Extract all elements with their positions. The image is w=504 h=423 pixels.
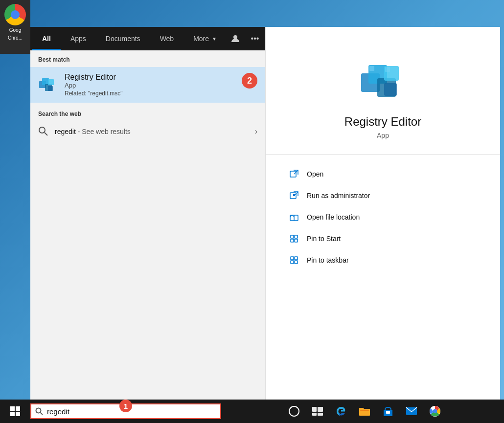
store-button[interactable] (376, 400, 400, 423)
action-open[interactable]: Open (285, 164, 481, 184)
desktop: Goog Chro... All Apps Documents Web More… (0, 0, 504, 423)
web-section: Search the web regedit - See web results… (30, 103, 265, 145)
tab-web[interactable]: Web (150, 27, 184, 50)
action-run-admin[interactable]: Run as administrator (285, 186, 481, 205)
svg-rect-42 (386, 411, 390, 414)
start-button[interactable] (0, 400, 30, 423)
svg-rect-40 (360, 410, 369, 411)
svg-rect-13 (369, 66, 374, 71)
svg-rect-27 (291, 261, 294, 264)
search-panel: All Apps Documents Web More ▼ (30, 27, 265, 423)
svg-rect-38 (318, 413, 323, 416)
open-icon (289, 169, 299, 179)
file-location-icon (289, 212, 299, 222)
chrome-circle-icon (4, 4, 26, 25)
svg-line-34 (41, 413, 43, 415)
action-pin-taskbar[interactable]: Pin to taskbar (285, 250, 481, 270)
taskbar: 1 (0, 400, 504, 423)
taskbar-icons (225, 400, 504, 423)
account-button[interactable] (227, 30, 244, 47)
svg-rect-14 (385, 67, 390, 72)
mail-button[interactable] (400, 400, 423, 423)
action-file-location[interactable]: Open file location (285, 207, 481, 227)
more-dropdown-arrow-icon: ▼ (212, 36, 217, 42)
svg-rect-28 (295, 261, 298, 264)
best-match-related: Related: "regedit.msc" (65, 90, 257, 97)
account-icon (231, 34, 240, 43)
pin-start-icon (289, 234, 299, 244)
edge-icon (335, 405, 347, 417)
windows-logo-icon (10, 406, 21, 417)
tab-all[interactable]: All (32, 27, 61, 50)
detail-actions: Open Run as administrator (266, 164, 500, 270)
ellipsis-icon: ••• (251, 34, 259, 43)
detail-app-name: Registry Editor (344, 115, 421, 129)
filter-tabs: All Apps Documents Web More ▼ (30, 27, 265, 50)
svg-line-7 (45, 133, 47, 135)
tab-documents[interactable]: Documents (96, 27, 150, 50)
detail-divider (266, 154, 500, 155)
cortana-button[interactable] (282, 400, 306, 423)
taskbar-search-box[interactable]: 1 (30, 403, 221, 419)
action-run-admin-label: Run as administrator (307, 192, 370, 200)
chrome-taskbar-button[interactable] (423, 400, 447, 423)
svg-rect-22 (295, 235, 298, 238)
svg-rect-21 (291, 235, 294, 238)
taskbar-search-icon (35, 407, 43, 415)
svg-rect-37 (312, 413, 317, 416)
action-pin-start[interactable]: Pin to Start (285, 229, 481, 248)
web-result-text: regedit - See web results (55, 128, 249, 135)
pin-taskbar-icon (289, 255, 299, 265)
svg-rect-2 (42, 78, 49, 85)
svg-rect-29 (10, 406, 15, 411)
svg-point-46 (433, 409, 437, 413)
svg-rect-24 (295, 239, 298, 242)
edge-button[interactable] (329, 400, 353, 423)
svg-rect-35 (312, 407, 317, 412)
registry-icon (38, 75, 58, 95)
store-icon (383, 406, 393, 417)
best-match-badge: 2 (242, 73, 257, 89)
svg-rect-5 (48, 86, 53, 91)
svg-point-33 (36, 408, 41, 413)
svg-rect-32 (16, 412, 20, 416)
svg-rect-30 (16, 406, 20, 411)
search-badge: 1 (119, 400, 132, 412)
svg-rect-15 (290, 171, 296, 177)
web-result-arrow-icon: › (255, 127, 257, 136)
chrome-icon[interactable]: Goog Chro... (0, 0, 30, 54)
search-web-icon (38, 126, 49, 137)
explorer-icon (359, 406, 370, 416)
svg-point-6 (39, 127, 45, 133)
tab-more[interactable]: More ▼ (183, 27, 227, 50)
explorer-button[interactable] (353, 400, 376, 423)
admin-icon (289, 191, 299, 200)
svg-rect-39 (359, 409, 370, 416)
chrome-label2: Chro... (8, 35, 23, 41)
svg-rect-26 (295, 257, 298, 260)
mail-icon (406, 407, 417, 416)
svg-rect-23 (291, 239, 294, 242)
detail-panel: Registry Editor App Open (265, 27, 500, 423)
svg-rect-12 (384, 83, 397, 96)
chrome-label: Goog (9, 27, 21, 33)
action-file-location-label: Open file location (307, 213, 360, 221)
best-match-name: Registry Editor (65, 73, 257, 82)
svg-rect-4 (48, 79, 54, 85)
action-pin-start-label: Pin to Start (307, 235, 341, 243)
svg-rect-36 (318, 407, 323, 412)
task-view-icon (312, 407, 323, 416)
best-match-type: App (65, 82, 257, 89)
detail-app-type: App (377, 132, 389, 139)
taskbar-search-input[interactable] (47, 407, 216, 416)
cortana-circle-icon (289, 406, 299, 417)
action-open-label: Open (307, 170, 323, 178)
search-web-label: Search the web (38, 111, 257, 117)
chrome-taskbar-icon (429, 405, 441, 417)
action-pin-taskbar-label: Pin to taskbar (307, 256, 349, 264)
more-options-button[interactable]: ••• (246, 30, 264, 47)
best-match-item[interactable]: Registry Editor App Related: "regedit.ms… (30, 67, 265, 103)
tab-apps[interactable]: Apps (61, 27, 96, 50)
task-view-button[interactable] (306, 400, 329, 423)
web-result-row[interactable]: regedit - See web results › (38, 122, 257, 141)
